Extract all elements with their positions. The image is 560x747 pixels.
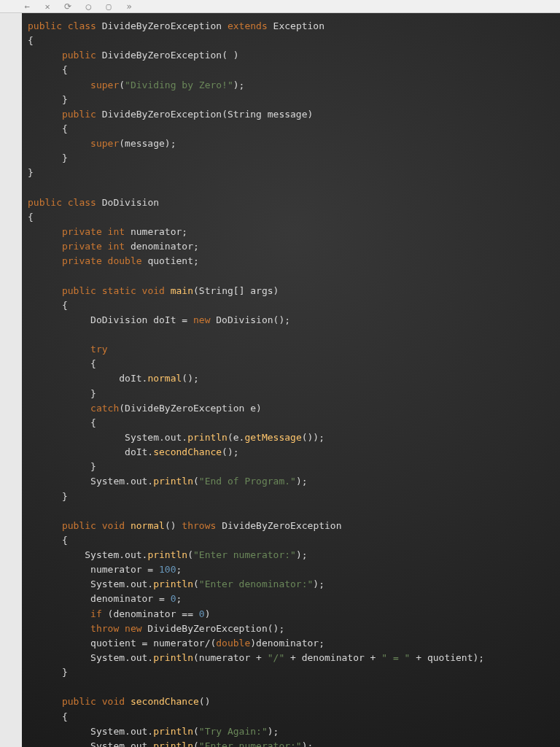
code-token: "Try Again:" [199, 726, 268, 737]
code-line[interactable]: if (denominator == 0) [28, 607, 560, 622]
code-line[interactable] [28, 268, 560, 283]
code-token: normal [131, 520, 165, 531]
code-line[interactable]: } [28, 489, 560, 504]
code-line[interactable]: super("Dividing by Zero!"); [28, 78, 560, 93]
code-line[interactable] [28, 680, 560, 694]
code-line[interactable]: numerator = 100; [28, 562, 560, 577]
arrow-left-icon[interactable]: ← [22, 1, 32, 12]
code-line[interactable]: } [28, 151, 560, 166]
code-token: System.out. [28, 549, 147, 560]
code-token: DivideByZeroException( ) [102, 50, 239, 61]
code-token: "Dividing by Zero!" [125, 80, 233, 90]
code-token: "Enter numerator:" [199, 740, 302, 747]
code-line[interactable]: quotient = numerator/(double)denominator… [28, 636, 560, 651]
code-line[interactable]: { [28, 34, 560, 48]
code-token: secondChance [153, 446, 222, 457]
code-line[interactable]: private int numerator; [28, 225, 560, 239]
code-token: } [28, 94, 68, 105]
code-line[interactable] [28, 328, 560, 342]
code-token: class [68, 197, 96, 208]
code-line[interactable]: public void normal() throws DivideByZero… [28, 519, 560, 533]
code-token: private [62, 255, 102, 266]
code-line[interactable]: public DivideByZeroException( ) [28, 48, 560, 63]
code-line[interactable]: private int denominator; [28, 239, 560, 254]
code-line[interactable]: public static void main(String[] args) [28, 284, 560, 298]
code-token [28, 403, 90, 414]
close-icon[interactable]: ✕ [42, 1, 52, 12]
code-line[interactable]: try [28, 342, 560, 357]
code-line[interactable]: super(message); [28, 136, 560, 151]
code-token: void [102, 520, 125, 531]
code-line[interactable]: doIt.secondChance(); [28, 445, 560, 460]
code-token: DivideByZeroException [102, 20, 228, 31]
code-line[interactable]: { [28, 298, 560, 313]
code-token: () [165, 520, 182, 531]
code-line[interactable]: } [28, 460, 560, 474]
code-token: static [102, 285, 136, 296]
code-token: DoDivision [102, 197, 159, 208]
code-token [165, 285, 171, 296]
code-token: "Enter denominator:" [199, 578, 314, 589]
circle-icon[interactable]: ◯ [83, 1, 93, 12]
code-line[interactable]: { [28, 63, 560, 77]
code-token: { [28, 711, 68, 722]
code-line[interactable]: } [28, 93, 560, 107]
code-token: } [28, 461, 96, 472]
refresh-icon[interactable]: ⟳ [63, 1, 73, 12]
code-token: public [62, 520, 96, 531]
code-line[interactable]: System.out.println("Enter numerator:"); [28, 548, 560, 562]
code-line[interactable]: System.out.println(e.getMessage()); [28, 430, 560, 445]
code-line[interactable]: { [28, 533, 560, 548]
code-line[interactable]: private double quotient; [28, 254, 560, 268]
code-token [96, 696, 102, 707]
code-line[interactable]: doIt.normal(); [28, 371, 560, 386]
code-line[interactable]: { [28, 710, 560, 724]
code-line[interactable]: { [28, 416, 560, 430]
code-token: )denominator; [250, 638, 324, 649]
editor-toolbar: ← ✕ ⟳ ◯ ▢ » [0, 0, 560, 13]
code-token: ); [302, 740, 314, 747]
code-token: normal [147, 373, 182, 384]
code-token: } [28, 491, 68, 502]
code-line[interactable]: System.out.println("End of Program."); [28, 474, 560, 489]
code-editor[interactable]: public class DivideByZeroException exten… [22, 13, 560, 747]
code-token: throws [182, 520, 216, 531]
code-line[interactable]: public class DoDivision [28, 196, 560, 210]
code-line[interactable]: denominator = 0; [28, 592, 560, 606]
code-line[interactable]: } [28, 665, 560, 680]
code-token: (numerator + [193, 652, 268, 663]
code-line[interactable]: public void secondChance() [28, 694, 560, 709]
chevrons-icon[interactable]: » [124, 1, 134, 12]
square-icon[interactable]: ▢ [104, 1, 114, 12]
code-line[interactable]: public class DivideByZeroException exten… [28, 19, 560, 34]
code-line[interactable]: { [28, 210, 560, 225]
code-line[interactable]: } [28, 166, 560, 180]
code-token: { [28, 123, 68, 134]
code-line[interactable]: { [28, 122, 560, 136]
code-token: new [125, 623, 141, 634]
code-token: private [62, 241, 102, 252]
code-line[interactable]: System.out.println(numerator + "/" + den… [28, 651, 560, 665]
code-token: DoDivision(); [210, 314, 290, 325]
code-token: if [90, 608, 102, 619]
code-line[interactable]: } [28, 387, 560, 401]
code-line[interactable]: { [28, 357, 560, 371]
code-line[interactable]: catch(DivideByZeroException e) [28, 401, 560, 416]
code-token: System.out. [28, 578, 153, 589]
code-token: (DivideByZeroException e) [119, 403, 262, 414]
code-token: "/" [268, 652, 284, 663]
code-line[interactable]: System.out.println("Enter numerator:"); [28, 739, 560, 747]
code-token: ( [193, 740, 199, 747]
code-line[interactable]: public DivideByZeroException(String mess… [28, 107, 560, 122]
code-token [62, 197, 68, 208]
code-token: System.out. [28, 476, 153, 487]
code-line[interactable] [28, 504, 560, 519]
code-line[interactable] [28, 181, 560, 196]
code-token: Exception [268, 20, 324, 31]
code-token: } [28, 167, 34, 178]
code-line[interactable]: System.out.println("Enter denominator:")… [28, 577, 560, 592]
code-line[interactable]: throw new DivideByZeroException(); [28, 622, 560, 636]
code-line[interactable]: System.out.println("Try Again:"); [28, 724, 560, 739]
code-line[interactable]: DoDivision doIt = new DoDivision(); [28, 313, 560, 328]
code-token: throw [90, 623, 119, 634]
